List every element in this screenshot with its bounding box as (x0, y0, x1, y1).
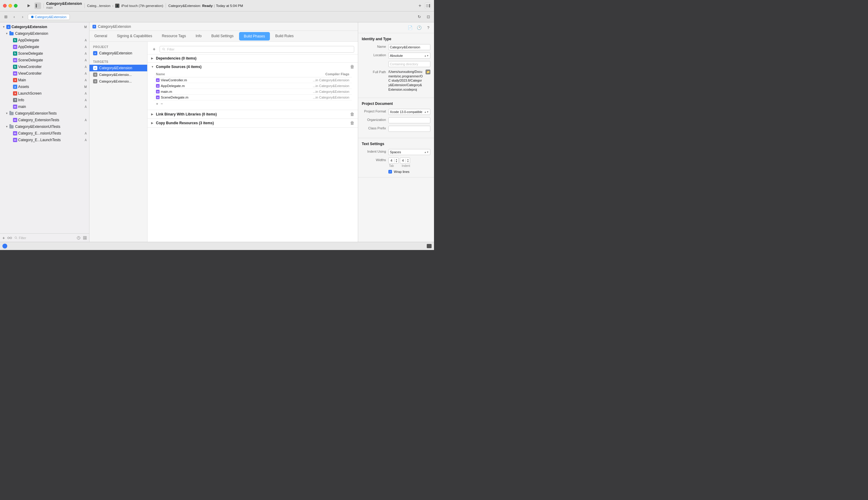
phase-row-scenedelegate-m[interactable]: m SceneDelegate.m ...in Category&Extensi… (153, 95, 352, 100)
sidebar-label: Category&Extension (15, 32, 48, 36)
sidebar-item-launchscreen[interactable]: ▶ ✕ LaunchScreen A (0, 90, 89, 97)
containing-field[interactable]: Containing directory (389, 61, 430, 67)
main-content-split: PROJECT A Category&Extension TARGETS A C… (90, 42, 358, 242)
text-settings-title: Text Settings (362, 142, 430, 146)
tab-step-up[interactable]: ▲ (394, 158, 398, 160)
phases-filter[interactable]: Filter (160, 46, 354, 53)
indent-width-value: 4 (400, 159, 406, 162)
tab-width-value: 4 (389, 159, 394, 162)
pt-item-target-app[interactable]: A Category&Extension (90, 65, 147, 71)
project-format-select[interactable]: Xcode 13.0-compatible ▲▼ (389, 109, 430, 115)
sidebar-item-viewcontroller-h[interactable]: ▶ h ViewController A (0, 64, 89, 70)
view-toggle[interactable] (83, 236, 87, 240)
phases-toolbar: + Filter (148, 44, 358, 54)
tab-build-settings[interactable]: Build Settings (206, 31, 238, 42)
edit-path-button[interactable]: 📁 (426, 69, 430, 75)
refresh-icon[interactable]: ↻ (416, 14, 423, 20)
sidebar-filter[interactable]: Filter (14, 236, 74, 240)
help-icon[interactable]: ? (426, 25, 431, 31)
indent-step-up[interactable]: ▲ (406, 158, 410, 160)
phase-table-header: Name Compiler Flags (153, 71, 352, 77)
tab-general[interactable]: General (90, 31, 112, 42)
sidebar-toggle[interactable] (34, 2, 41, 9)
phase-header-link-binary[interactable]: ▶ Link Binary With Libraries (0 items) 🗑 (148, 110, 358, 118)
sidebar-item-uitests-m[interactable]: ▶ m Category_E...nsionUITests A (0, 130, 89, 137)
sidebar-item-tests-folder[interactable]: ▼ Category&ExtensionTests (0, 110, 89, 117)
progress-indicator (2, 244, 7, 249)
sidebar-item-info[interactable]: ▶ ☰ Info A (0, 97, 89, 103)
indent-using-select[interactable]: Spaces ▲▼ (389, 149, 430, 155)
scheme-bar[interactable]: Categ...tension › 📱 iPod touch (7th gene… (87, 4, 163, 8)
add-phase-button[interactable]: + (151, 46, 157, 52)
tab-width-stepper[interactable]: 4 ▲ ▼ (389, 158, 398, 163)
sidebar-item-scenedelegate-h[interactable]: ▶ h SceneDelegate A (0, 50, 89, 57)
minimize-button[interactable] (9, 4, 12, 8)
project-document-section: Project Document Project Format Xcode 13… (358, 98, 434, 138)
tab-build-rules[interactable]: Build Rules (270, 31, 299, 42)
phase-row-viewcontroller-m[interactable]: m ViewController.m ...in Category&Extens… (153, 77, 352, 83)
wrap-lines-checkbox[interactable]: ✓ (389, 170, 392, 173)
phase-row-appdelegate-m[interactable]: m AppDelegate.m ...in Category&Extension (153, 83, 352, 89)
m-icon: m (156, 95, 160, 99)
inspector-toggle[interactable] (425, 3, 431, 9)
chevron-down-icon: ▲▼ (424, 54, 429, 57)
sidebar-item-assets[interactable]: ▶ A Assets M (0, 83, 89, 90)
full-path-value: /Users/sunxudong/Documents/oc.programmer… (389, 69, 423, 92)
sidebar-item-scenedelegate-m[interactable]: ▶ m SceneDelegate A (0, 57, 89, 64)
phase-header-dependencies[interactable]: ▶ Dependencies (0 items) (148, 54, 358, 62)
forward-button[interactable]: › (19, 14, 26, 20)
add-file-row[interactable]: + − (153, 100, 352, 107)
indent-step-down[interactable]: ▼ (406, 160, 410, 163)
back-button[interactable]: ‹ (11, 14, 18, 20)
sidebar-item-folder-main[interactable]: ▼ Category&Extension (0, 30, 89, 37)
maximize-button[interactable] (14, 4, 18, 8)
sidebar-item-main[interactable]: ▶ ✕ Main A (0, 77, 89, 83)
sidebar-item-project-root[interactable]: ▼ A Category&Extension M (0, 24, 89, 30)
pt-item-project[interactable]: A Category&Extension (90, 50, 147, 57)
tab-step-down[interactable]: ▼ (394, 160, 398, 163)
sidebar-item-main-m[interactable]: ▶ m main A (0, 103, 89, 110)
sidebar-item-extensiontests-m[interactable]: ▶ m Category_ExtensionTests A (0, 117, 89, 123)
active-tab[interactable]: Category&Extension (28, 14, 70, 20)
breadcrumb: A Category&Extension (90, 22, 358, 31)
inspector-row-name: Name Category&Extension (362, 44, 430, 50)
class-prefix-field[interactable] (389, 126, 430, 132)
breadcrumb-label: Category&Extension (98, 24, 131, 29)
sidebar-item-uitests-folder[interactable]: ▼ Category&ExtensionUITests (0, 123, 89, 130)
pt-item-target-test[interactable]: ⚙ Category&Extensio... (90, 71, 147, 78)
grid-icon[interactable]: ⊞ (2, 14, 9, 20)
sidebar-item-viewcontroller-m[interactable]: ▶ m ViewController A (0, 70, 89, 77)
sidebar-item-appdelegate-m[interactable]: ▶ m AppDelegate A (0, 44, 89, 50)
tab-resource-tags[interactable]: Resource Tags (157, 31, 191, 42)
chevron-icon: ▼ (2, 25, 5, 29)
organization-field[interactable] (389, 117, 430, 123)
sidebar-item-launchtests-m[interactable]: ▶ m Category_E...LaunchTests A (0, 137, 89, 143)
sidebar-item-appdelegate-h[interactable]: ▶ h AppDelegate A (0, 37, 89, 44)
filter-label: Filter (19, 236, 26, 240)
run-button[interactable] (25, 2, 32, 9)
delete-phase-button[interactable]: 🗑 (350, 112, 354, 117)
delete-phase-button[interactable]: 🗑 (350, 121, 354, 125)
phase-header-copy-bundle[interactable]: ▶ Copy Bundle Resources (3 items) 🗑 (148, 119, 358, 127)
add-tab-button[interactable]: + (419, 3, 421, 9)
add-file-button[interactable]: + (2, 236, 5, 240)
location-select[interactable]: Absolute ▲▼ (389, 53, 430, 59)
sidebar-label: AppDelegate (18, 38, 39, 42)
phase-header-compile-sources[interactable]: ▼ Compile Sources (4 items) 🗑 (148, 62, 358, 71)
pt-item-target-uitest[interactable]: ⚙ Category&Extensio... (90, 78, 147, 84)
indent-width-stepper[interactable]: 4 ▲ ▼ (400, 158, 410, 163)
delete-phase-button[interactable]: 🗑 (350, 65, 354, 69)
file-name: AppDelegate.m (161, 84, 312, 88)
tab-info[interactable]: Info (191, 31, 206, 42)
inspector-row-location: Location Absolute ▲▼ (362, 53, 430, 59)
history-icon[interactable]: 🕐 (416, 25, 422, 31)
phase-row-main-m[interactable]: m main.m ...in Category&Extension (153, 89, 352, 95)
indent-stepper-buttons[interactable]: ▲ ▼ (406, 158, 410, 163)
name-field[interactable]: Category&Extension (389, 44, 430, 50)
file-inspector-icon[interactable]: 📄 (407, 25, 413, 31)
tab-stepper-buttons[interactable]: ▲ ▼ (394, 158, 398, 163)
tab-signing[interactable]: Signing & Capabilities (112, 31, 157, 42)
tab-build-phases[interactable]: Build Phases (239, 32, 270, 41)
close-button[interactable] (3, 4, 7, 8)
split-icon[interactable]: ⊡ (425, 14, 431, 20)
